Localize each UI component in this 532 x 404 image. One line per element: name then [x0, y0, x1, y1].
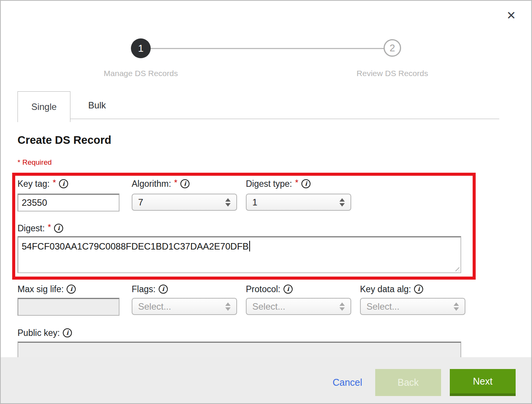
select-arrows-icon [225, 198, 231, 207]
info-icon[interactable]: i [59, 179, 68, 188]
required-asterisk: * [295, 178, 298, 188]
max-sig-life-label: Max sig life: i [18, 283, 76, 295]
info-icon[interactable]: i [159, 285, 168, 294]
digest-label: Digest: * i [18, 223, 63, 234]
key-tag-label: Key tag: * i [18, 178, 68, 189]
key-tag-input[interactable] [18, 194, 119, 212]
cancel-button[interactable]: Cancel [333, 377, 362, 388]
digest-type-select[interactable]: 1 [246, 194, 351, 211]
tab-bulk[interactable]: Bulk [71, 92, 123, 119]
step-1-label: Manage DS Records [80, 69, 202, 78]
tab-single[interactable]: Single [18, 91, 70, 122]
required-note: * Required [18, 158, 52, 167]
info-icon[interactable]: i [67, 285, 76, 294]
back-button[interactable]: Back [375, 369, 441, 396]
info-icon[interactable]: i [414, 285, 423, 294]
required-asterisk: * [174, 178, 178, 188]
algorithm-select[interactable]: 7 [132, 194, 237, 211]
flags-label: Flags: i [132, 283, 168, 295]
digest-type-label: Digest type: * i [246, 178, 311, 189]
step-2-indicator: 2 [384, 39, 401, 57]
info-icon[interactable]: i [284, 285, 293, 294]
protocol-label: Protocol: i [246, 283, 293, 295]
step-1-indicator: 1 [131, 38, 151, 58]
text-caret [249, 241, 250, 251]
select-arrows-icon [225, 302, 231, 311]
select-arrows-icon [454, 302, 459, 311]
key-data-alg-select[interactable]: Select... [360, 298, 465, 315]
stepper-connector [150, 48, 384, 49]
info-icon[interactable]: i [301, 179, 311, 188]
flags-select[interactable]: Select... [132, 298, 237, 315]
select-arrows-icon [339, 302, 345, 311]
close-icon[interactable]: ✕ [507, 10, 516, 21]
page-title: Create DS Record [18, 134, 111, 146]
resize-handle-icon[interactable] [453, 265, 459, 271]
key-data-alg-label: Key data alg: i [360, 283, 423, 295]
required-asterisk: * [53, 178, 56, 188]
max-sig-life-input[interactable] [18, 298, 119, 316]
info-icon[interactable]: i [180, 179, 190, 188]
required-asterisk: * [48, 222, 51, 232]
tab-bar-divider [18, 119, 499, 119]
public-key-label: Public key: i [18, 327, 72, 339]
algorithm-label: Algorithm: * i [132, 178, 190, 189]
digest-textarea[interactable]: 54FCF030AA1C79C0088FDEC1BD1C37DAA2E70DFB [18, 236, 461, 273]
select-arrows-icon [339, 198, 345, 207]
protocol-select[interactable]: Select... [246, 298, 351, 315]
info-icon[interactable]: i [54, 224, 63, 233]
create-ds-record-dialog: ✕ 1 2 Manage DS Records Review DS Record… [0, 0, 532, 404]
next-button[interactable]: Next [450, 369, 516, 396]
info-icon[interactable]: i [63, 328, 72, 337]
step-2-label: Review DS Records [331, 69, 453, 78]
public-key-textarea[interactable] [18, 342, 461, 358]
